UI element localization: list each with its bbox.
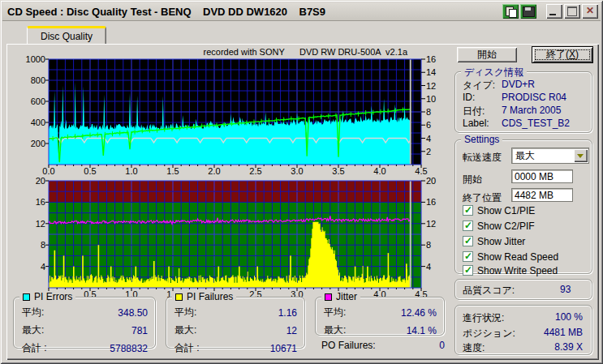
check-icon[interactable] [463, 205, 473, 216]
svg-text:6: 6 [426, 120, 431, 130]
stat-row: 合計 :10671 [166, 340, 304, 356]
close-button[interactable] [582, 4, 598, 19]
svg-text:20: 20 [36, 176, 45, 186]
svg-text:12: 12 [426, 219, 436, 229]
svg-text:16: 16 [426, 197, 436, 207]
jitter-legend: Jitter [321, 291, 360, 302]
end-position-field[interactable] [511, 188, 573, 202]
exit-button[interactable]: 終了(X) [532, 46, 593, 63]
pi-errors-title: PI Errors [34, 291, 72, 302]
disc-label-value: CDS_TEST_B2 [502, 118, 570, 129]
svg-text:4: 4 [426, 134, 431, 143]
top-chart: recorded with SONY DVD RW DRU-500A v2.1a… [26, 47, 437, 176]
pi-errors-swatch-icon [23, 293, 30, 301]
svg-text:16: 16 [426, 54, 436, 64]
svg-text:4: 4 [426, 262, 431, 272]
start-position-label: 開始 [463, 173, 482, 186]
stat-row: 最大:12 [166, 323, 304, 338]
checkbox-show-write-speed[interactable]: Show Write Speed [463, 264, 558, 276]
progress-value: 100 % [544, 311, 583, 323]
quality-charts: recorded with SONY DVD RW DRU-500A v2.1a… [0, 45, 451, 301]
pi-errors-statbox: PI Errors 平均:348.50 最大:781 合計 :5788832 [13, 297, 156, 349]
end-position-label: 終了位置 [463, 191, 502, 205]
checkbox-show-c2-pif[interactable]: Show C2/PIF [463, 220, 535, 232]
svg-text:8: 8 [41, 240, 45, 250]
chevron-down-icon[interactable] [574, 149, 588, 162]
svg-text:8: 8 [426, 107, 431, 117]
stat-row: 平均:12.46 % [316, 305, 444, 320]
pi-failures-legend: PI Failures [172, 291, 236, 302]
svg-text:10: 10 [426, 94, 436, 104]
svg-text:20: 20 [426, 176, 436, 186]
svg-text:16: 16 [36, 197, 45, 207]
jitter-title: Jitter [336, 291, 357, 302]
stat-row: 合計 :5788832 [14, 340, 155, 356]
stat-row: 平均:348.50 [14, 305, 155, 320]
stat-row: 最大:14.1 % [316, 323, 444, 338]
disc-type-value: DVD+R [502, 79, 535, 90]
jitter-statbox: Jitter 平均:12.46 % 最大:14.1 % [315, 297, 445, 336]
svg-text:8: 8 [426, 240, 431, 250]
speed-label: 速度: [463, 341, 485, 355]
svg-text:800: 800 [31, 75, 45, 85]
tab-label: Disc Quality [41, 31, 93, 42]
svg-text:400: 400 [31, 118, 45, 127]
position-label: ポジション: [463, 327, 515, 340]
disc-id-value: PRODISC R04 [502, 92, 566, 103]
svg-text:14: 14 [426, 67, 436, 77]
quality-score-label: 品質スコア: [463, 284, 515, 298]
transfer-speed-select[interactable]: 最大 [511, 148, 589, 164]
checkbox-show-jitter[interactable]: Show Jitter [463, 235, 525, 247]
svg-text:recorded with SONY DVD RW: recorded with SONY DVD RW DRU-500A v2.1a [204, 47, 408, 57]
app-window: CD Speed : Disc Quality Test - BENQ DVD … [0, 0, 603, 364]
pi-failures-statbox: PI Failures 平均:1.16 最大:12 合計 :10671 [166, 297, 305, 349]
window-title: CD Speed : Disc Quality Test - BENQ DVD … [7, 6, 325, 18]
tab-disc-quality[interactable]: Disc Quality [27, 26, 106, 45]
titlebar: CD Speed : Disc Quality Test - BENQ DVD … [2, 2, 601, 21]
bottom-chart: 20161284201612840.00.51.01.52.02.53.03.5… [36, 176, 437, 299]
disc-date-label: 日付: [463, 105, 485, 118]
start-button[interactable]: 開始 [457, 47, 517, 62]
position-value: 4481 MB [528, 327, 583, 338]
po-failures-row: PO Failures: 0 [321, 340, 445, 351]
svg-text:600: 600 [31, 96, 45, 106]
svg-text:2: 2 [426, 147, 431, 156]
settings-title: Settings [461, 134, 502, 145]
maximize-button[interactable] [564, 4, 580, 19]
disc-id-label: ID: [463, 92, 475, 103]
svg-text:12: 12 [36, 219, 45, 229]
disc-label-label: Label: [463, 118, 489, 129]
pi-failures-title: PI Failures [187, 291, 233, 302]
transfer-speed-label: 転送速度 [463, 151, 502, 165]
stat-row: 最大:781 [14, 323, 155, 338]
stat-row: 平均:1.16 [166, 305, 304, 320]
disc-date-value: 7 March 2005 [502, 105, 561, 116]
check-icon[interactable] [463, 236, 473, 246]
svg-text:4: 4 [41, 262, 45, 272]
quality-score-value: 93 [560, 284, 571, 295]
svg-text:1000: 1000 [26, 54, 45, 64]
minimize-button[interactable] [546, 4, 562, 19]
disc-info-title: ディスク情報 [461, 66, 527, 79]
checkbox-show-read-speed[interactable]: Show Read Speed [463, 251, 558, 263]
copy-icon[interactable] [502, 4, 519, 19]
check-icon[interactable] [463, 221, 473, 231]
pi-failures-swatch-icon [175, 293, 183, 301]
pi-errors-legend: PI Errors [19, 291, 75, 302]
svg-text:200: 200 [31, 139, 45, 148]
jitter-swatch-icon [325, 293, 332, 301]
speed-value: 8.39 X [536, 341, 583, 353]
disc-type-label: タイプ: [463, 79, 495, 92]
checkbox-show-c1-pie[interactable]: Show C1/PIE [463, 204, 535, 216]
check-icon[interactable] [463, 251, 473, 262]
start-position-field[interactable] [511, 169, 573, 183]
svg-text:12: 12 [426, 81, 436, 91]
progress-label: 進行状況: [463, 311, 504, 325]
titlebar-buttons [501, 4, 598, 19]
check-icon[interactable] [463, 265, 473, 276]
save-icon[interactable] [520, 4, 536, 19]
